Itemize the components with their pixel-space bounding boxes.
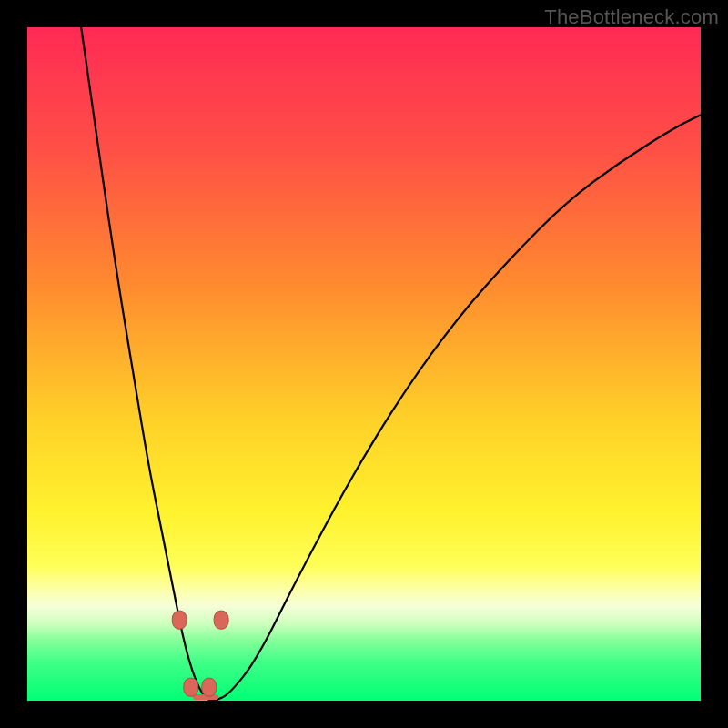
- plot-background-gradient: [27, 27, 701, 701]
- watermark-text: TheBottleneck.com: [544, 5, 719, 29]
- plot-frame: [27, 27, 701, 701]
